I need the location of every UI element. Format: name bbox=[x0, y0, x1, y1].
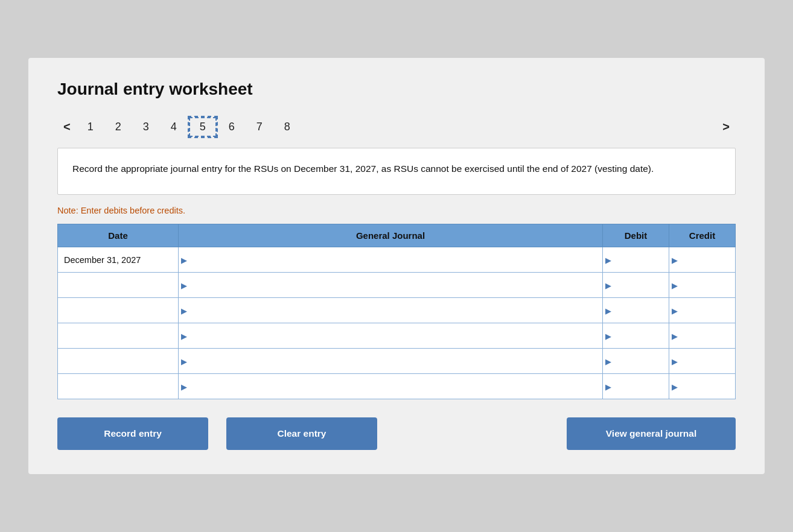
credit-cell-1[interactable]: ▶ bbox=[669, 273, 736, 298]
table-row: ▶▶▶ bbox=[58, 349, 736, 374]
debit-cell-3[interactable]: ▶ bbox=[603, 323, 669, 349]
arrow-icon: ▶ bbox=[181, 331, 187, 340]
journal-input-2[interactable] bbox=[189, 298, 597, 323]
journal-cell-1[interactable]: ▶ bbox=[179, 273, 603, 298]
clear-entry-button[interactable]: Clear entry bbox=[226, 417, 377, 450]
instruction-box: Record the appropriate journal entry for… bbox=[57, 148, 736, 195]
pagination: < 1 2 3 4 5 6 7 8 > bbox=[57, 116, 736, 138]
credit-cell-2[interactable]: ▶ bbox=[669, 298, 736, 323]
debit-input-3[interactable] bbox=[608, 323, 664, 348]
page-1[interactable]: 1 bbox=[77, 117, 104, 137]
record-entry-button[interactable]: Record entry bbox=[57, 417, 208, 450]
arrow-icon: ▶ bbox=[672, 280, 678, 290]
table-row: ▶▶▶ bbox=[58, 323, 736, 349]
arrow-icon: ▶ bbox=[672, 331, 678, 340]
table-row: ▶▶▶ bbox=[58, 273, 736, 298]
table-row: December 31, 2027▶▶▶ bbox=[58, 247, 736, 273]
arrow-icon: ▶ bbox=[181, 356, 187, 366]
credit-input-4[interactable] bbox=[674, 349, 730, 373]
arrow-icon: ▶ bbox=[672, 356, 678, 366]
arrow-icon: ▶ bbox=[672, 306, 678, 315]
col-header-journal: General Journal bbox=[179, 224, 603, 247]
date-cell-0: December 31, 2027 bbox=[58, 247, 179, 273]
page-2[interactable]: 2 bbox=[104, 117, 132, 137]
credit-cell-3[interactable]: ▶ bbox=[669, 323, 736, 349]
prev-arrow[interactable]: < bbox=[57, 118, 77, 136]
credit-input-1[interactable] bbox=[674, 273, 730, 297]
journal-input-3[interactable] bbox=[189, 323, 597, 348]
credit-input-3[interactable] bbox=[674, 323, 730, 348]
arrow-icon: ▶ bbox=[605, 331, 611, 340]
debit-cell-0[interactable]: ▶ bbox=[603, 247, 669, 273]
note-text: Note: Enter debits before credits. bbox=[57, 206, 736, 215]
journal-cell-3[interactable]: ▶ bbox=[179, 323, 603, 349]
buttons-row: Record entry Clear entry View general jo… bbox=[57, 417, 736, 450]
arrow-icon: ▶ bbox=[605, 356, 611, 366]
debit-input-5[interactable] bbox=[608, 374, 664, 399]
debit-cell-1[interactable]: ▶ bbox=[603, 273, 669, 298]
arrow-icon: ▶ bbox=[605, 306, 611, 315]
col-header-debit: Debit bbox=[603, 224, 669, 247]
next-arrow[interactable]: > bbox=[716, 118, 736, 136]
arrow-icon: ▶ bbox=[605, 280, 611, 290]
page-8[interactable]: 8 bbox=[273, 117, 301, 137]
journal-input-4[interactable] bbox=[189, 349, 597, 373]
arrow-icon: ▶ bbox=[181, 382, 187, 391]
date-cell-3 bbox=[58, 323, 179, 349]
credit-input-0[interactable] bbox=[674, 247, 730, 272]
journal-input-0[interactable] bbox=[189, 247, 597, 272]
arrow-icon: ▶ bbox=[672, 382, 678, 391]
journal-input-5[interactable] bbox=[189, 374, 597, 399]
debit-input-1[interactable] bbox=[608, 273, 664, 297]
page-7[interactable]: 7 bbox=[246, 117, 273, 137]
page-6[interactable]: 6 bbox=[218, 117, 246, 137]
credit-cell-4[interactable]: ▶ bbox=[669, 349, 736, 374]
journal-cell-5[interactable]: ▶ bbox=[179, 374, 603, 399]
col-header-credit: Credit bbox=[669, 224, 736, 247]
debit-cell-2[interactable]: ▶ bbox=[603, 298, 669, 323]
table-row: ▶▶▶ bbox=[58, 374, 736, 399]
page-5[interactable]: 5 bbox=[188, 116, 218, 138]
date-cell-2 bbox=[58, 298, 179, 323]
page-title: Journal entry worksheet bbox=[57, 80, 736, 99]
arrow-icon: ▶ bbox=[605, 255, 611, 264]
view-general-journal-button[interactable]: View general journal bbox=[567, 417, 736, 450]
arrow-icon: ▶ bbox=[672, 255, 678, 264]
debit-cell-5[interactable]: ▶ bbox=[603, 374, 669, 399]
debit-input-0[interactable] bbox=[608, 247, 664, 272]
date-cell-4 bbox=[58, 349, 179, 374]
date-cell-1 bbox=[58, 273, 179, 298]
journal-input-1[interactable] bbox=[189, 273, 597, 297]
arrow-icon: ▶ bbox=[181, 306, 187, 315]
credit-input-5[interactable] bbox=[674, 374, 730, 399]
debit-input-2[interactable] bbox=[608, 298, 664, 323]
journal-cell-4[interactable]: ▶ bbox=[179, 349, 603, 374]
table-row: ▶▶▶ bbox=[58, 298, 736, 323]
instruction-text: Record the appropriate journal entry for… bbox=[72, 163, 654, 174]
col-header-date: Date bbox=[58, 224, 179, 247]
arrow-icon: ▶ bbox=[181, 280, 187, 290]
journal-table: Date General Journal Debit Credit Decemb… bbox=[57, 224, 736, 399]
arrow-icon: ▶ bbox=[181, 255, 187, 264]
page-4[interactable]: 4 bbox=[160, 117, 188, 137]
credit-cell-0[interactable]: ▶ bbox=[669, 247, 736, 273]
journal-cell-2[interactable]: ▶ bbox=[179, 298, 603, 323]
journal-cell-0[interactable]: ▶ bbox=[179, 247, 603, 273]
arrow-icon: ▶ bbox=[605, 382, 611, 391]
debit-cell-4[interactable]: ▶ bbox=[603, 349, 669, 374]
main-container: Journal entry worksheet < 1 2 3 4 5 6 7 … bbox=[28, 58, 765, 475]
page-3[interactable]: 3 bbox=[132, 117, 160, 137]
debit-input-4[interactable] bbox=[608, 349, 664, 373]
date-cell-5 bbox=[58, 374, 179, 399]
credit-input-2[interactable] bbox=[674, 298, 730, 323]
credit-cell-5[interactable]: ▶ bbox=[669, 374, 736, 399]
